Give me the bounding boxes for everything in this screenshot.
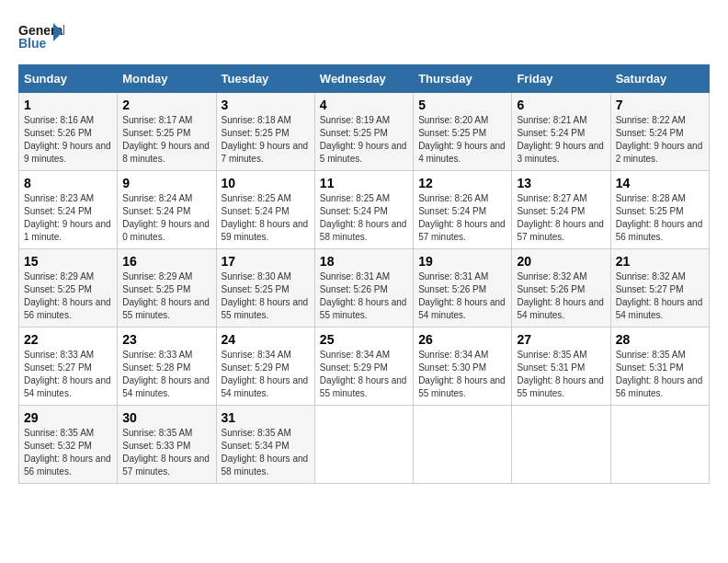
day-number: 3 xyxy=(222,98,310,112)
calendar-cell xyxy=(314,406,413,484)
page-header: General Blue xyxy=(18,18,710,55)
day-info: Sunrise: 8:19 AMSunset: 5:25 PMDaylight:… xyxy=(320,115,407,164)
day-number: 7 xyxy=(616,98,704,112)
day-number: 1 xyxy=(24,98,112,112)
day-number: 16 xyxy=(122,254,210,269)
day-number: 24 xyxy=(222,332,310,347)
svg-text:Blue: Blue xyxy=(18,36,47,51)
day-info: Sunrise: 8:31 AMSunset: 5:26 PMDaylight:… xyxy=(418,271,506,320)
calendar-cell: 5 Sunrise: 8:20 AMSunset: 5:25 PMDayligh… xyxy=(414,93,512,171)
calendar-cell: 14 Sunrise: 8:28 AMSunset: 5:25 PMDaylig… xyxy=(610,171,709,249)
day-number: 2 xyxy=(122,98,210,112)
day-number: 27 xyxy=(517,332,605,347)
calendar-cell: 24 Sunrise: 8:34 AMSunset: 5:29 PMDaylig… xyxy=(216,327,314,406)
day-info: Sunrise: 8:27 AMSunset: 5:24 PMDaylight:… xyxy=(517,193,604,242)
calendar-cell: 27 Sunrise: 8:35 AMSunset: 5:31 PMDaylig… xyxy=(512,327,610,406)
day-info: Sunrise: 8:17 AMSunset: 5:25 PMDaylight:… xyxy=(122,115,210,164)
logo: General Blue xyxy=(18,18,68,55)
day-number: 9 xyxy=(122,176,210,190)
calendar-week-2: 8 Sunrise: 8:23 AMSunset: 5:24 PMDayligh… xyxy=(19,171,710,249)
column-header-monday: Monday xyxy=(118,65,216,93)
day-info: Sunrise: 8:33 AMSunset: 5:27 PMDaylight:… xyxy=(24,350,111,398)
calendar-week-3: 15 Sunrise: 8:29 AMSunset: 5:25 PMDaylig… xyxy=(19,249,710,327)
calendar-cell: 22 Sunrise: 8:33 AMSunset: 5:27 PMDaylig… xyxy=(19,327,118,406)
calendar-cell xyxy=(414,406,512,484)
day-number: 31 xyxy=(222,410,310,425)
calendar-cell: 31 Sunrise: 8:35 AMSunset: 5:34 PMDaylig… xyxy=(216,406,314,484)
column-header-thursday: Thursday xyxy=(414,65,512,93)
day-info: Sunrise: 8:35 AMSunset: 5:34 PMDaylight:… xyxy=(222,428,309,477)
calendar-body: 1 Sunrise: 8:16 AMSunset: 5:26 PMDayligh… xyxy=(19,93,710,484)
header-row: SundayMondayTuesdayWednesdayThursdayFrid… xyxy=(19,65,710,93)
calendar-cell: 8 Sunrise: 8:23 AMSunset: 5:24 PMDayligh… xyxy=(19,171,118,249)
day-info: Sunrise: 8:32 AMSunset: 5:27 PMDaylight:… xyxy=(616,271,703,320)
day-number: 22 xyxy=(24,332,112,347)
day-number: 8 xyxy=(24,176,112,190)
calendar-cell: 20 Sunrise: 8:32 AMSunset: 5:26 PMDaylig… xyxy=(512,249,610,327)
calendar-cell: 21 Sunrise: 8:32 AMSunset: 5:27 PMDaylig… xyxy=(610,249,709,327)
day-info: Sunrise: 8:22 AMSunset: 5:24 PMDaylight:… xyxy=(616,115,703,164)
calendar-cell xyxy=(610,406,709,484)
day-number: 18 xyxy=(320,254,408,269)
day-number: 15 xyxy=(24,254,112,269)
day-info: Sunrise: 8:23 AMSunset: 5:24 PMDaylight:… xyxy=(24,193,111,242)
day-info: Sunrise: 8:29 AMSunset: 5:25 PMDaylight:… xyxy=(122,271,210,320)
logo-icon: General Blue xyxy=(18,18,64,55)
day-number: 26 xyxy=(418,332,506,347)
calendar-cell: 29 Sunrise: 8:35 AMSunset: 5:32 PMDaylig… xyxy=(19,406,118,484)
day-info: Sunrise: 8:31 AMSunset: 5:26 PMDaylight:… xyxy=(320,271,407,320)
calendar-cell: 3 Sunrise: 8:18 AMSunset: 5:25 PMDayligh… xyxy=(216,93,314,171)
day-number: 21 xyxy=(616,254,704,269)
column-header-saturday: Saturday xyxy=(610,65,709,93)
calendar-cell: 18 Sunrise: 8:31 AMSunset: 5:26 PMDaylig… xyxy=(314,249,413,327)
day-info: Sunrise: 8:34 AMSunset: 5:29 PMDaylight:… xyxy=(222,350,309,398)
day-info: Sunrise: 8:16 AMSunset: 5:26 PMDaylight:… xyxy=(24,115,111,164)
day-info: Sunrise: 8:35 AMSunset: 5:31 PMDaylight:… xyxy=(517,350,604,398)
day-info: Sunrise: 8:24 AMSunset: 5:24 PMDaylight:… xyxy=(122,193,210,242)
calendar-cell xyxy=(512,406,610,484)
calendar-cell: 6 Sunrise: 8:21 AMSunset: 5:24 PMDayligh… xyxy=(512,93,610,171)
day-info: Sunrise: 8:20 AMSunset: 5:25 PMDaylight:… xyxy=(418,115,506,164)
calendar-cell: 4 Sunrise: 8:19 AMSunset: 5:25 PMDayligh… xyxy=(314,93,413,171)
day-info: Sunrise: 8:25 AMSunset: 5:24 PMDaylight:… xyxy=(320,193,407,242)
calendar-cell: 12 Sunrise: 8:26 AMSunset: 5:24 PMDaylig… xyxy=(414,171,512,249)
column-header-tuesday: Tuesday xyxy=(216,65,314,93)
calendar-cell: 28 Sunrise: 8:35 AMSunset: 5:31 PMDaylig… xyxy=(610,327,709,406)
day-number: 14 xyxy=(616,176,704,190)
day-info: Sunrise: 8:34 AMSunset: 5:30 PMDaylight:… xyxy=(418,350,506,398)
calendar-cell: 7 Sunrise: 8:22 AMSunset: 5:24 PMDayligh… xyxy=(610,93,709,171)
calendar-cell: 11 Sunrise: 8:25 AMSunset: 5:24 PMDaylig… xyxy=(314,171,413,249)
calendar-week-5: 29 Sunrise: 8:35 AMSunset: 5:32 PMDaylig… xyxy=(19,406,710,484)
day-number: 4 xyxy=(320,98,408,112)
day-number: 17 xyxy=(222,254,310,269)
day-info: Sunrise: 8:32 AMSunset: 5:26 PMDaylight:… xyxy=(517,271,604,320)
calendar-cell: 2 Sunrise: 8:17 AMSunset: 5:25 PMDayligh… xyxy=(118,93,216,171)
day-info: Sunrise: 8:29 AMSunset: 5:25 PMDaylight:… xyxy=(24,271,111,320)
day-info: Sunrise: 8:33 AMSunset: 5:28 PMDaylight:… xyxy=(122,350,210,398)
day-number: 10 xyxy=(222,176,310,190)
calendar-week-4: 22 Sunrise: 8:33 AMSunset: 5:27 PMDaylig… xyxy=(19,327,710,406)
day-number: 20 xyxy=(517,254,605,269)
day-info: Sunrise: 8:26 AMSunset: 5:24 PMDaylight:… xyxy=(418,193,506,242)
calendar-cell: 23 Sunrise: 8:33 AMSunset: 5:28 PMDaylig… xyxy=(118,327,216,406)
calendar-cell: 17 Sunrise: 8:30 AMSunset: 5:25 PMDaylig… xyxy=(216,249,314,327)
day-info: Sunrise: 8:35 AMSunset: 5:31 PMDaylight:… xyxy=(616,350,703,398)
day-number: 30 xyxy=(122,410,210,425)
column-header-wednesday: Wednesday xyxy=(314,65,413,93)
day-info: Sunrise: 8:35 AMSunset: 5:32 PMDaylight:… xyxy=(24,428,111,477)
day-info: Sunrise: 8:21 AMSunset: 5:24 PMDaylight:… xyxy=(517,115,604,164)
day-number: 25 xyxy=(320,332,408,347)
day-number: 23 xyxy=(122,332,210,347)
day-number: 19 xyxy=(418,254,506,269)
calendar-table: SundayMondayTuesdayWednesdayThursdayFrid… xyxy=(18,64,710,484)
calendar-week-1: 1 Sunrise: 8:16 AMSunset: 5:26 PMDayligh… xyxy=(19,93,710,171)
calendar-cell: 26 Sunrise: 8:34 AMSunset: 5:30 PMDaylig… xyxy=(414,327,512,406)
column-header-friday: Friday xyxy=(512,65,610,93)
day-number: 29 xyxy=(24,410,112,425)
calendar-header: SundayMondayTuesdayWednesdayThursdayFrid… xyxy=(19,65,710,93)
calendar-cell: 15 Sunrise: 8:29 AMSunset: 5:25 PMDaylig… xyxy=(19,249,118,327)
calendar-cell: 9 Sunrise: 8:24 AMSunset: 5:24 PMDayligh… xyxy=(118,171,216,249)
calendar-cell: 13 Sunrise: 8:27 AMSunset: 5:24 PMDaylig… xyxy=(512,171,610,249)
day-info: Sunrise: 8:25 AMSunset: 5:24 PMDaylight:… xyxy=(222,193,309,242)
day-info: Sunrise: 8:28 AMSunset: 5:25 PMDaylight:… xyxy=(616,193,703,242)
